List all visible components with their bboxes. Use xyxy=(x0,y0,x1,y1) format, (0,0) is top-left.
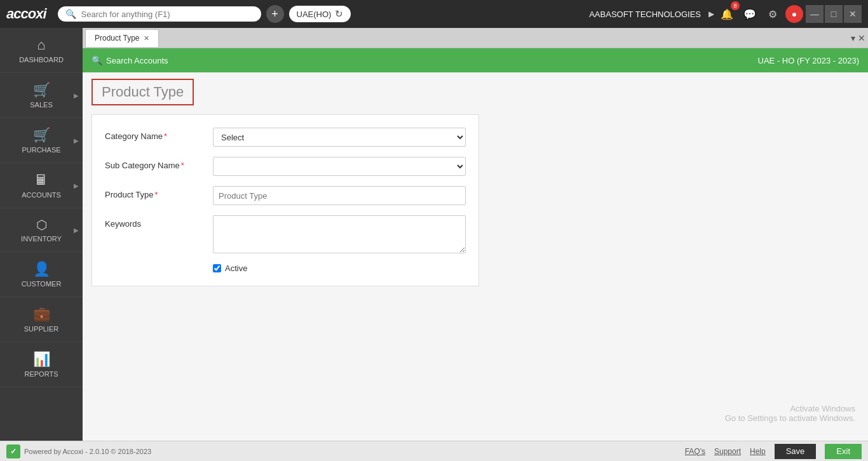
tab-close-button[interactable]: ✕ xyxy=(858,33,865,43)
sidebar-item-sales[interactable]: 🛒 SALES ▶ xyxy=(0,73,83,118)
sub-category-name-select[interactable] xyxy=(213,157,466,176)
watermark-line2: Go to Settings to activate Windows. xyxy=(725,413,855,423)
sub-category-name-label: Sub Category Name* xyxy=(105,157,207,170)
sidebar-item-customer[interactable]: 👤 CUSTOMER xyxy=(0,252,83,297)
minimize-button[interactable]: — xyxy=(806,5,824,23)
sidebar-item-inventory[interactable]: ⬡ INVENTORY ▶ xyxy=(0,208,83,252)
form-row-keywords: Keywords xyxy=(105,215,466,253)
tab-label: Product Type xyxy=(95,34,140,43)
exit-button[interactable]: Exit xyxy=(825,444,862,459)
search-accounts-label: Search Accounts xyxy=(106,56,168,65)
sidebar-item-label: ACCOUNTS xyxy=(22,191,61,199)
sidebar-item-reports[interactable]: 📊 REPORTS xyxy=(0,342,83,387)
sidebar-item-label: REPORTS xyxy=(25,370,58,378)
notification-badge[interactable]: 🔔 8 xyxy=(717,4,737,24)
chat-button[interactable]: 💬 xyxy=(740,4,760,24)
category-name-label: Category Name* xyxy=(105,128,207,141)
sidebar-item-accounts[interactable]: 🖩 ACCOUNTS ▶ xyxy=(0,163,83,208)
avatar: ● xyxy=(785,5,803,23)
window-controls: — □ ✕ xyxy=(806,5,862,23)
form-row-product-type: Product Type* xyxy=(105,186,466,205)
company-name: AABASOFT TECHNOLOGIES xyxy=(589,10,701,19)
required-mark: * xyxy=(181,161,184,170)
product-type-label: Product Type* xyxy=(105,186,207,199)
main-layout: ⌂ DASHBOARD 🛒 SALES ▶ 🛒 PURCHASE ▶ 🖩 ACC… xyxy=(0,28,868,441)
maximize-button[interactable]: □ xyxy=(825,5,843,23)
settings-button[interactable]: ⚙ xyxy=(763,4,783,24)
company-selector-label: UAE(HO) xyxy=(297,10,332,19)
add-button[interactable]: + xyxy=(266,5,284,23)
tab-close-icon[interactable]: ✕ xyxy=(144,34,149,43)
tab-actions: ▾ ✕ xyxy=(851,33,865,43)
product-type-input[interactable] xyxy=(213,186,466,205)
notification-count: 8 xyxy=(731,1,740,10)
purchase-icon: 🛒 xyxy=(33,127,50,144)
accounts-icon: 🖩 xyxy=(34,172,48,189)
bottom-bar: ✓ Powered by Accoxi - 2.0.10 © 2018-2023… xyxy=(0,441,868,461)
page-title: Product Type xyxy=(102,84,184,100)
sidebar-item-label: CUSTOMER xyxy=(22,280,62,288)
page-body: Product Type Category Name* Select Sub C… xyxy=(83,72,868,441)
bottom-actions: FAQ's Support Help Save Exit xyxy=(685,444,862,459)
arrow-icon: ▶ xyxy=(74,137,79,144)
green-header: 🔍 Search Accounts UAE - HO (FY 2023 - 20… xyxy=(83,48,868,72)
search-input[interactable] xyxy=(81,10,247,19)
page-title-box: Product Type xyxy=(92,79,194,105)
customer-icon: 👤 xyxy=(33,261,50,277)
sidebar-item-label: INVENTORY xyxy=(21,235,62,243)
reports-icon: 📊 xyxy=(33,351,50,368)
faqs-link[interactable]: FAQ's xyxy=(685,447,705,456)
watermark-line1: Activate Windows xyxy=(725,404,855,413)
help-link[interactable]: Help xyxy=(750,447,766,456)
form-row-category: Category Name* Select xyxy=(105,128,466,147)
sidebar-item-label: SUPPLIER xyxy=(24,325,58,333)
refresh-icon[interactable]: ↻ xyxy=(335,8,343,20)
company-arrow: ▶ xyxy=(709,10,714,18)
app-logo: accoxi xyxy=(6,6,46,22)
search-bar[interactable]: 🔍 xyxy=(58,6,261,22)
active-label[interactable]: Active xyxy=(225,264,247,273)
required-mark: * xyxy=(164,131,167,141)
active-checkbox[interactable] xyxy=(213,264,221,272)
required-mark: * xyxy=(154,190,158,199)
active-checkbox-row: Active xyxy=(213,264,466,273)
company-info: UAE - HO (FY 2023 - 2023) xyxy=(758,56,859,65)
top-navbar: accoxi 🔍 + UAE(HO) ↻ AABASOFT TECHNOLOGI… xyxy=(0,0,868,28)
sidebar-item-purchase[interactable]: 🛒 PURCHASE ▶ xyxy=(0,118,83,163)
keywords-textarea[interactable] xyxy=(213,215,466,253)
arrow-icon: ▶ xyxy=(74,182,79,189)
tab-down-button[interactable]: ▾ xyxy=(851,33,855,43)
support-link[interactable]: Support xyxy=(714,447,741,456)
activate-watermark: Activate Windows Go to Settings to activ… xyxy=(725,404,855,423)
search-icon: 🔍 xyxy=(92,55,102,65)
close-button[interactable]: ✕ xyxy=(844,5,862,23)
tab-bar: Product Type ✕ ▾ ✕ xyxy=(83,28,868,48)
powered-by-text: Powered by Accoxi - 2.0.10 © 2018-2023 xyxy=(24,448,151,455)
search-accounts-button[interactable]: 🔍 Search Accounts xyxy=(92,55,168,65)
nav-right: AABASOFT TECHNOLOGIES ▶ 🔔 8 💬 ⚙ ● — □ ✕ xyxy=(589,4,862,24)
save-button[interactable]: Save xyxy=(775,444,817,459)
tab-product-type[interactable]: Product Type ✕ xyxy=(85,29,159,47)
search-icon: 🔍 xyxy=(65,9,76,19)
sidebar-item-label: SALES xyxy=(30,101,52,109)
keywords-label: Keywords xyxy=(105,215,207,229)
form-row-sub-category: Sub Category Name* xyxy=(105,157,466,176)
sidebar-item-label: PURCHASE xyxy=(22,146,60,154)
sidebar-item-label: DASHBOARD xyxy=(19,56,64,63)
accoxi-icon: ✓ xyxy=(6,444,20,458)
form-card: Category Name* Select Sub Category Name* xyxy=(92,114,479,286)
powered-by: ✓ Powered by Accoxi - 2.0.10 © 2018-2023 xyxy=(6,444,151,458)
company-selector[interactable]: UAE(HO) ↻ xyxy=(289,6,351,22)
sidebar: ⌂ DASHBOARD 🛒 SALES ▶ 🛒 PURCHASE ▶ 🖩 ACC… xyxy=(0,28,83,441)
dashboard-icon: ⌂ xyxy=(37,37,45,53)
sidebar-item-supplier[interactable]: 💼 SUPPLIER xyxy=(0,297,83,342)
category-name-select[interactable]: Select xyxy=(213,128,466,147)
inventory-icon: ⬡ xyxy=(36,217,47,232)
arrow-icon: ▶ xyxy=(74,227,79,234)
arrow-icon: ▶ xyxy=(74,92,79,99)
sidebar-item-dashboard[interactable]: ⌂ DASHBOARD xyxy=(0,28,83,73)
sales-icon: 🛒 xyxy=(33,82,50,98)
content-area: Product Type ✕ ▾ ✕ 🔍 Search Accounts UAE… xyxy=(83,28,868,441)
supplier-icon: 💼 xyxy=(33,306,50,323)
